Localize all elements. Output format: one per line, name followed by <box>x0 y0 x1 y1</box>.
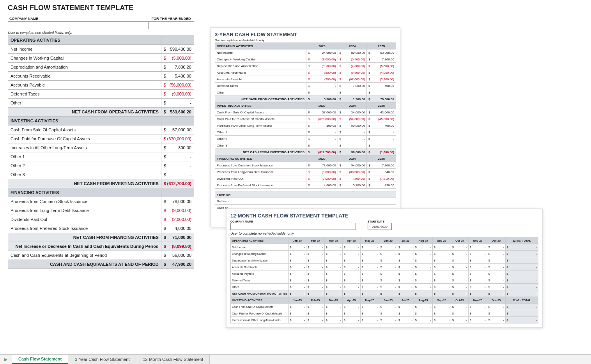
table-row: Other 3$- <box>8 170 194 179</box>
company-input[interactable] <box>8 21 148 29</box>
row-label: Accounts Payable <box>8 81 161 90</box>
three-year-title: 3-YEAR CASH FLOW STATEMENT <box>215 32 396 37</box>
table-row: Other 1$- <box>8 152 194 161</box>
row-label: Other <box>8 99 161 108</box>
twelve-start-input[interactable]: 01/01/2025 <box>368 223 392 230</box>
table-row: Net Income$590,400.00 <box>8 45 194 54</box>
table-row: Changes in Working Capital$(5,000.00) <box>8 54 194 63</box>
three-year-note: User to complete non-shaded fields, only… <box>215 39 396 42</box>
section-financing: FINANCING ACTIVITIES <box>8 188 161 197</box>
row-label: Proceeds from Preferred Stock Issuance <box>8 224 161 233</box>
table-row: Accounts Payable$-$-$-$-$-$-$-$-$-$-$-$-… <box>231 270 538 277</box>
table-row: Changes in Working Capital$(9,000.00)$(5… <box>215 56 396 63</box>
year-ended-input[interactable] <box>148 21 194 29</box>
summary-row: Cash and Cash Equivalents at Beginning o… <box>8 251 194 260</box>
table-row: Cash From Sale Of Capital Assets$57,000.… <box>215 109 396 116</box>
table-row: Net Income$24,000.00$80,000.00$83,000.00 <box>215 49 396 56</box>
company-label: COMPANY NAME <box>8 16 148 21</box>
table-row: Cash From Sale Of Capital Assets$-$-$-$-… <box>231 304 538 310</box>
table-row: Proceeds from Common Stock Issuance$78,0… <box>215 162 396 169</box>
row-label: Accounts Receivable <box>8 72 161 81</box>
section-operating: OPERATING ACTIVITIES <box>8 36 161 45</box>
row-label: Changes in Working Capital <box>8 54 161 63</box>
table-row: Increases in All Other Long-Term Assets$… <box>231 317 538 323</box>
row-label: Deferred Taxes <box>8 90 161 99</box>
table-row: Other$-$-$- <box>215 89 396 96</box>
twelve-company-label: COMPANY NAME <box>230 220 356 223</box>
three-year-table: OPERATING ACTIVITIES202320242025Net Inco… <box>215 42 396 189</box>
table-row: Other 2$- <box>8 161 194 170</box>
table-row: Proceeds from Long-Term Debt Issuance$(9… <box>215 169 396 175</box>
table-row: Other$-$-$-$-$-$-$-$-$-$-$-$-$- <box>231 284 538 290</box>
twelve-note: User to complete non-shaded fields, only… <box>230 231 538 235</box>
tab-three-year[interactable]: 3-Year Cash Flow Statement <box>68 355 136 364</box>
table-row: Other 1$-$-$- <box>215 129 396 136</box>
section-investing: INVESTING ACTIVITIES <box>8 117 161 125</box>
row-label: Dividends Paid Out <box>8 215 161 224</box>
instruction-note: User to complete non-shaded fields, only… <box>8 31 194 35</box>
table-row: Accounts Payable$(56,000.00) <box>8 81 194 90</box>
table-row: Dividends Paid Out$(2,000.00)$(200.00)$(… <box>215 175 396 182</box>
grand-total-label: CASH AND CASH EQUIVALENTS AT END OF PERI… <box>8 260 161 269</box>
statement-table: OPERATING ACTIVITIES Net Income$590,400.… <box>8 35 194 269</box>
tab-scroll-icon[interactable]: ▶ <box>0 355 12 364</box>
row-label: Cash From Sale Of Capital Assets <box>8 125 161 134</box>
row-label: Increases in All Other Long-Term Assets <box>8 143 161 152</box>
table-row: Cash Paid for Purchase Of Capital Assets… <box>215 116 396 122</box>
table-row: Depreciation and Amortization$-$-$-$-$-$… <box>231 257 538 264</box>
main-statement: CASH FLOW STATEMENT TEMPLATE COMPANY NAM… <box>8 4 194 269</box>
row-label: Other 1 <box>8 152 161 161</box>
table-row: Net Income$-$-$-$-$-$-$-$-$-$-$-$-$- <box>231 244 538 251</box>
table-row: Proceeds from Preferred Stock Issuance$4… <box>215 182 396 189</box>
twelve-month-preview: 12-MONTH CASH FLOW STATEMENT TEMPLATE CO… <box>226 209 543 328</box>
three-year-preview: 3-YEAR CASH FLOW STATEMENT User to compl… <box>211 27 400 227</box>
row-label: Cash Paid for Purchase Of Capital Assets <box>8 134 161 143</box>
page-title: CASH FLOW STATEMENT TEMPLATE <box>8 4 194 12</box>
table-row: Cash From Sale Of Capital Assets$57,000.… <box>8 125 194 134</box>
fin-total-value: 71,000.00 <box>172 235 191 240</box>
twelve-company-input[interactable] <box>230 223 356 230</box>
twelve-month-title: 12-MONTH CASH FLOW STATEMENT TEMPLATE <box>230 213 538 219</box>
table-row: Proceeds from Common Stock Issuance$78,0… <box>8 197 194 206</box>
fin-total-label: NET CASH FROM FINANCING ACTIVITIES <box>8 233 161 242</box>
twelve-start-label: START DATE <box>368 220 392 223</box>
table-row: Dividends Paid Out$(2,000.00) <box>8 215 194 224</box>
inv-total-label: NET CASH FROM INVESTING ACTIVITIES <box>8 179 161 188</box>
table-row: Increases in All Other Long-Term Assets$… <box>215 122 396 129</box>
row-label: Other 2 <box>8 161 161 170</box>
table-row: Deferred Taxes$(9,000.00) <box>8 90 194 99</box>
op-total-label: NET CASH FROM OPERATING ACTIVITIES <box>8 108 161 117</box>
op-total-value: 533,600.20 <box>170 110 191 114</box>
table-row: Other$- <box>8 99 194 108</box>
table-row: Deferred Taxes$-$7,000.00$500.00 <box>215 83 396 89</box>
inv-total-value: (612,700.00) <box>167 181 191 186</box>
table-row: Depreciation and Amortization$7,800.20 <box>8 63 194 72</box>
table-row: Proceeds from Preferred Stock Issuance$4… <box>8 224 194 233</box>
row-label: Depreciation and Amortization <box>8 63 161 72</box>
row-label: Proceeds from Common Stock Issuance <box>8 197 161 206</box>
sheet-tabs: ▶ Cash Flow Statement 3-Year Cash Flow S… <box>0 354 591 364</box>
row-label: Proceeds from Long-Term Debt Issuance <box>8 206 161 215</box>
table-row: Increases in All Other Long-Term Assets$… <box>8 143 194 152</box>
table-row: Depreciation and Amortization$(8,100.00)… <box>215 63 396 69</box>
tab-twelve-month[interactable]: 12-Month Cash Flow Statement <box>136 355 210 364</box>
table-row: Deferred Taxes$-$-$-$-$-$-$-$-$-$-$-$-$- <box>231 277 538 284</box>
row-label: Other 3 <box>8 170 161 179</box>
table-row: Changes in Working Capital$-$-$-$-$-$-$-… <box>231 251 538 257</box>
year-ended-label: FOR THE YEAR ENDED <box>148 16 194 21</box>
twelve-month-table: OPERATING ACTIVITIESJan-25Feb-25Mar-25Ap… <box>230 237 538 323</box>
summary-row: Net Increase or Decrease In Cash and Cas… <box>8 242 194 251</box>
table-row: Accounts Receivable$(800.00)$(5,600.00)$… <box>215 69 396 76</box>
row-label: Net Income <box>8 45 161 54</box>
table-row: Other 3$-$-$- <box>215 142 396 149</box>
table-row: Other 2$-$-$- <box>215 136 396 142</box>
tab-cash-flow[interactable]: Cash Flow Statement <box>12 355 68 364</box>
table-row: Accounts Payable$(200.00)$(67,000.00)$(3… <box>215 76 396 83</box>
table-row: Proceeds from Long-Term Debt Issuance$(9… <box>8 206 194 215</box>
table-row: Cash Paid for Purchase Of Capital Assets… <box>8 134 194 143</box>
table-row: Accounts Receivable$-$-$-$-$-$-$-$-$-$-$… <box>231 264 538 270</box>
grand-total-value: 47,900.20 <box>172 262 191 267</box>
table-row: Accounts Receivable$5,400.00 <box>8 72 194 81</box>
table-row: Cash Paid for Purchase Of Capital Assets… <box>231 310 538 317</box>
